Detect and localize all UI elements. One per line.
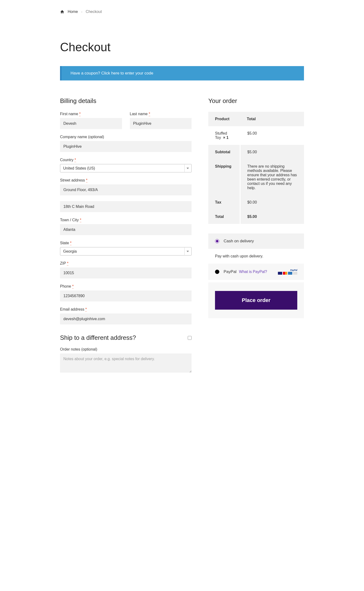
breadcrumb-home[interactable]: Home [68, 10, 78, 14]
zip-input[interactable] [60, 268, 192, 278]
payment-methods: Cash on delivery Pay with cash upon deli… [208, 234, 304, 280]
payment-paypal-radio[interactable] [215, 270, 219, 274]
order-notes-textarea[interactable] [60, 353, 192, 373]
state-select[interactable]: Georgia [60, 247, 191, 255]
state-select-wrap: Georgia [60, 247, 192, 255]
billing-heading: Billing details [60, 97, 192, 105]
first-name-input[interactable] [60, 118, 122, 129]
country-label: Country * [60, 158, 192, 162]
last-name-input[interactable] [130, 118, 192, 129]
order-subtotal-row: Subtotal $5.00 [208, 145, 304, 159]
order-item-row: Stuffed Toy × 1 $5.00 [208, 126, 304, 145]
order-item-qty: × 1 [223, 135, 229, 140]
street-label: Street address * [60, 178, 192, 182]
ship-diff-heading: Ship to a different address? [60, 334, 136, 342]
payment-paypal-whatis-link[interactable]: What is PayPal? [239, 270, 267, 274]
payment-paypal-option[interactable]: PayPal What is PayPal? PayPal [208, 264, 304, 280]
company-label: Company name (optional) [60, 135, 192, 139]
order-heading: Your order [208, 97, 304, 105]
ship-diff-checkbox[interactable] [188, 336, 192, 340]
order-total-row: Total $5.00 [208, 209, 304, 224]
phone-input[interactable] [60, 290, 192, 302]
first-name-label: First name * [60, 112, 122, 116]
paypal-cards-icon: PayPal [278, 269, 297, 275]
payment-cod-desc: Pay with cash upon delivery. [208, 249, 304, 264]
last-name-label: Last name * [130, 112, 192, 116]
breadcrumb: Home › Checkout [60, 10, 304, 14]
state-label: State * [60, 241, 192, 245]
coupon-toggle-link[interactable]: Have a coupon? Click here to enter your … [71, 71, 153, 75]
order-col-total: Total [240, 112, 304, 126]
payment-cod-radio[interactable] [215, 239, 219, 243]
order-notes-label: Order notes (optional) [60, 347, 192, 351]
payment-cod-label: Cash on delivery [224, 239, 254, 243]
order-col-product: Product [208, 112, 240, 126]
street-line2-input[interactable] [60, 201, 192, 212]
city-input[interactable] [60, 224, 192, 235]
order-shipping-row: Shipping There are no shipping methods a… [208, 159, 304, 195]
order-item-total: $5.00 [240, 126, 304, 145]
country-select-wrap: United States (US) [60, 164, 192, 172]
company-input[interactable] [60, 141, 192, 152]
email-label: Email address * [60, 307, 192, 312]
order-tax-row: Tax $0.00 [208, 195, 304, 209]
zip-label: ZIP * [60, 261, 192, 266]
page-title: Checkout [60, 40, 304, 54]
payment-paypal-label: PayPal [224, 269, 237, 274]
chevron-right-icon: › [81, 10, 83, 14]
country-select[interactable]: United States (US) [60, 164, 191, 172]
order-table: Product Total Stuffed Toy × 1 $5.00 Subt… [208, 112, 304, 224]
phone-label: Phone * [60, 284, 192, 289]
coupon-banner: Have a coupon? Click here to enter your … [60, 66, 304, 81]
street-line1-input[interactable] [60, 184, 192, 195]
breadcrumb-current: Checkout [86, 10, 102, 14]
place-order-button[interactable]: Place order [215, 291, 297, 310]
home-icon [60, 10, 64, 14]
payment-cod-option[interactable]: Cash on delivery [208, 234, 304, 249]
email-input[interactable] [60, 314, 192, 324]
city-label: Town / City * [60, 218, 192, 222]
